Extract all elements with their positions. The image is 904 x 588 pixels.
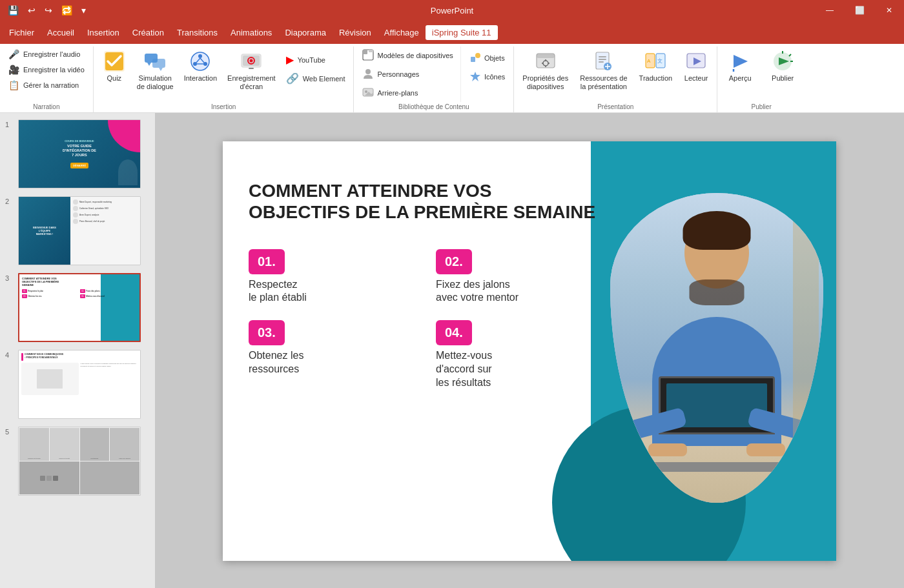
step-item-3: 03. Obtenez les ressources — [249, 320, 410, 389]
ressources-button[interactable]: Ressources dela présentation — [575, 46, 632, 94]
restore-button[interactable]: ⬜ — [845, 0, 874, 21]
slide-canvas[interactable]: COMMENT ATTEINDRE VOS OBJECTIFS DE LA PR… — [223, 141, 836, 561]
ribbon-group-insertion: Quiz Simulationde dialogue — [94, 46, 354, 112]
quiz-button[interactable]: Quiz — [98, 46, 131, 86]
svg-point-21 — [365, 69, 371, 74]
lecteur-button[interactable]: Lecteur — [679, 46, 713, 86]
step-badge-1: 01. — [249, 249, 285, 274]
svg-point-26 — [475, 53, 480, 58]
svg-rect-29 — [537, 54, 555, 58]
menu-ispring[interactable]: iSpring Suite 11 — [426, 25, 498, 40]
icones-button[interactable]: Icônes — [465, 68, 509, 86]
proprietes-label: Propriétés desdiapositives — [522, 74, 568, 91]
menu-transitions[interactable]: Transitions — [170, 25, 224, 40]
objets-button[interactable]: Objets — [465, 49, 509, 67]
modeles-icon — [362, 49, 374, 62]
content-lib-col2: Objets Icônes — [465, 46, 509, 86]
personnages-label: Personnages — [377, 70, 419, 78]
mic-icon: 🎤 — [8, 49, 19, 59]
web-element-label: Web Element — [303, 75, 345, 83]
svg-marker-48 — [734, 55, 748, 68]
narration-col: 🎤 Enregistrer l'audio 🎥 Enregistrer la v… — [4, 46, 89, 93]
slide-thumb-2[interactable]: 2 BIENVENUE DANSL'ÉQUIPEMARKETING ! Mari… — [4, 195, 151, 267]
save-icon[interactable]: 💾 — [5, 4, 21, 17]
icones-icon — [469, 70, 481, 83]
youtube-button[interactable]: ▶ YouTube — [282, 50, 350, 69]
minimize-button[interactable]: — — [815, 0, 845, 21]
svg-rect-38 — [599, 61, 604, 63]
svg-rect-17 — [249, 68, 254, 69]
slide-content: COMMENT ATTEINDRE VOS OBJECTIFS DE LA PR… — [249, 180, 597, 390]
main-area: 1 COURS DE BIENVENUE VOTRE GUIDED'INTÉGR… — [0, 113, 904, 588]
web-element-button[interactable]: 🔗 Web Element — [282, 69, 350, 88]
ribbon-group-presentation: Propriétés desdiapositives Ressources de… — [514, 46, 717, 112]
svg-text:文: 文 — [657, 58, 663, 64]
content-library-label: Bibliothèque de Contenu — [358, 102, 509, 112]
slide-num-5: 5 — [5, 427, 14, 436]
enregistrement-label: Enregistrementd'écran — [227, 74, 276, 91]
slide-thumb-1[interactable]: 1 COURS DE BIENVENUE VOTRE GUIDED'INTÉGR… — [4, 118, 151, 190]
svg-point-23 — [365, 90, 367, 93]
undo-icon[interactable]: ↩ — [25, 4, 38, 17]
arrieres-plan-button[interactable]: Arriere-plans — [358, 84, 457, 102]
enregistrer-video-button[interactable]: 🎥 Enregistrer la vidéo — [4, 62, 89, 77]
proprietes-button[interactable]: Propriétés desdiapositives — [518, 46, 573, 94]
content-library-items: Modèles de diapositives Personnages Arri… — [358, 46, 509, 102]
menu-revision[interactable]: Révision — [333, 25, 378, 40]
menu-creation[interactable]: Création — [126, 25, 170, 40]
step-item-1: 01. Respectez le plan établi — [249, 249, 410, 305]
editor-area: COMMENT ATTEINDRE VOS OBJECTIFS DE LA PR… — [155, 113, 904, 588]
slide-photo — [610, 193, 823, 503]
menu-insertion[interactable]: Insertion — [81, 25, 126, 40]
slide-preview-5: Espace de travail Soucis et coûts Dv/tra… — [18, 427, 141, 496]
traduction-button[interactable]: A 文 Traduction — [635, 46, 677, 86]
lecteur-icon — [684, 50, 708, 73]
personnages-button[interactable]: Personnages — [358, 65, 457, 83]
content-lib-col1: Modèles de diapositives Personnages Arri… — [358, 46, 460, 102]
svg-rect-19 — [363, 50, 367, 54]
modeles-button[interactable]: Modèles de diapositives — [358, 46, 457, 65]
manage-icon: 📋 — [8, 80, 19, 90]
narration-group-label: Narration — [4, 102, 89, 112]
gerer-narration-button[interactable]: 📋 Gérer la narration — [4, 77, 89, 93]
close-button[interactable]: ✕ — [874, 0, 904, 21]
slide-thumb-4[interactable]: 4 COMMENT NOUS COMMUNIQUONS: PRINCIPES F… — [4, 349, 151, 420]
apercu-button[interactable]: Aperçu — [721, 46, 759, 86]
repeat-icon[interactable]: 🔁 — [59, 4, 75, 17]
menu-animations[interactable]: Animations — [224, 25, 278, 40]
slide-panel: 1 COURS DE BIENVENUE VOTRE GUIDED'INTÉGR… — [0, 113, 155, 588]
camera-icon: 🎥 — [8, 65, 19, 75]
interaction-button[interactable]: Interaction — [180, 46, 221, 86]
slide-num-1: 1 — [5, 119, 14, 128]
slide-thumb-3[interactable]: 3 COMMENT ATTEINDRE VOSOBJECTIFS DE LA P… — [4, 272, 151, 343]
step-badge-3: 03. — [249, 320, 285, 345]
simulation-button[interactable]: Simulationde dialogue — [132, 46, 178, 94]
ribbon-group-narration: 🎤 Enregistrer l'audio 🎥 Enregistrer la v… — [0, 46, 94, 112]
more-icon[interactable]: ▾ — [79, 4, 88, 17]
slide-preview-4: COMMENT NOUS COMMUNIQUONS: PRINCIPES FON… — [18, 350, 141, 419]
narration-items: 🎤 Enregistrer l'audio 🎥 Enregistrer la v… — [4, 46, 89, 102]
redo-icon[interactable]: ↪ — [42, 4, 55, 17]
publier-icon — [771, 50, 794, 73]
slide-title: COMMENT ATTEINDRE VOS OBJECTIFS DE LA PR… — [249, 180, 597, 223]
menu-diaporama[interactable]: Diaporama — [278, 25, 333, 40]
svg-marker-5 — [159, 68, 163, 71]
youtube-web-col: ▶ YouTube 🔗 Web Element — [282, 46, 350, 88]
slide-thumb-5[interactable]: 5 Espace de travail Soucis et coûts Dv/t… — [4, 425, 151, 497]
titlebar: 💾 ↩ ↪ 🔁 ▾ PowerPoint — ⬜ ✕ — [0, 0, 904, 21]
enregistrement-button[interactable]: Enregistrementd'écran — [223, 46, 280, 94]
presentation-items: Propriétés desdiapositives Ressources de… — [518, 46, 713, 102]
svg-point-16 — [250, 59, 253, 63]
menu-affichage[interactable]: Affichage — [378, 25, 426, 40]
publier-button[interactable]: Publier — [764, 46, 801, 86]
enregistrer-audio-button[interactable]: 🎤 Enregistrer l'audio — [4, 46, 89, 62]
arrieres-plan-icon — [362, 86, 374, 99]
objets-label: Objets — [484, 54, 505, 62]
menu-accueil[interactable]: Accueil — [41, 25, 81, 40]
titlebar-icons: 💾 ↩ ↪ 🔁 ▾ — [5, 4, 88, 17]
apercu-icon — [728, 50, 752, 73]
svg-marker-3 — [147, 63, 151, 66]
personnages-icon — [362, 68, 374, 81]
menu-fichier[interactable]: Fichier — [3, 25, 41, 40]
enregistrer-audio-label: Enregistrer l'audio — [23, 50, 80, 58]
